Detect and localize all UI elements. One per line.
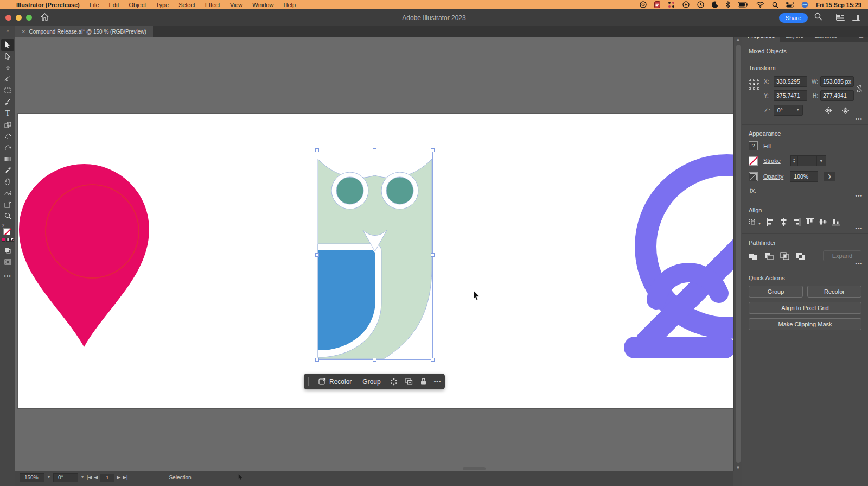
h-field[interactable]: 277.4941 <box>820 90 854 101</box>
menu-effect[interactable]: Effect <box>205 2 220 8</box>
rotation-dropdown-icon[interactable]: ▾ <box>81 473 84 479</box>
stroke-stepper-arrows[interactable]: ▲▼ <box>790 155 798 166</box>
pathfinder-minus-front-button[interactable] <box>764 252 774 260</box>
pathfinder-unite-button[interactable] <box>749 252 758 260</box>
scroll-up-icon[interactable]: ▲ <box>734 37 742 42</box>
pen-tool[interactable] <box>1 62 14 73</box>
constrain-proportions-icon[interactable] <box>855 84 864 95</box>
y-field[interactable]: 375.7471 <box>774 90 807 101</box>
horizontal-scrollbar-thumb[interactable] <box>463 467 486 470</box>
expand-button[interactable]: Expand <box>823 250 861 261</box>
artboard-tool[interactable] <box>1 199 14 210</box>
opacity-field[interactable]: 100% <box>790 171 818 182</box>
align-bottom-button[interactable] <box>832 218 840 226</box>
menu-bar-clock[interactable]: Fri 15 Sep 15:29 <box>816 2 861 8</box>
curvature-tool[interactable] <box>1 73 14 85</box>
zoom-dropdown-icon[interactable]: ▾ <box>48 473 50 479</box>
menu-object[interactable]: Object <box>129 2 146 8</box>
menu-edit[interactable]: Edit <box>109 2 119 8</box>
stroke-weight-stepper[interactable]: ▲▼ ▾ <box>790 155 826 166</box>
group-button[interactable]: Group <box>357 374 386 389</box>
spotlight-icon[interactable] <box>772 2 778 8</box>
menu-file[interactable]: File <box>90 2 99 8</box>
menu-select[interactable]: Select <box>178 2 195 8</box>
toolbar-more-icon[interactable]: ••• <box>4 273 11 279</box>
bluetooth-icon[interactable] <box>726 1 730 8</box>
selection-handle-bottom-center[interactable] <box>373 358 376 362</box>
document-tab[interactable]: × Compound Release.ai* @ 150 % (RGB/Prev… <box>15 26 153 37</box>
type-tool[interactable]: T <box>1 108 14 119</box>
align-vertical-center-button[interactable] <box>819 218 827 226</box>
x-field[interactable]: 330.5295 <box>774 76 807 87</box>
menu-type[interactable]: Type <box>156 2 169 8</box>
zoom-level-field[interactable]: 150% <box>20 473 44 482</box>
selection-handle-top-right[interactable] <box>431 148 435 152</box>
menu-view[interactable]: View <box>230 2 243 8</box>
selection-handle-bottom-right[interactable] <box>431 358 435 362</box>
transform-more-options[interactable]: ••• <box>855 116 863 122</box>
close-window-button[interactable] <box>5 15 11 21</box>
align-right-button[interactable] <box>793 218 801 226</box>
zoom-window-button[interactable] <box>26 15 32 21</box>
selection-bounding-box[interactable] <box>317 150 432 359</box>
rotate-field[interactable]: 0° ▾ <box>774 105 803 116</box>
pathfinder-intersect-button[interactable] <box>780 252 789 260</box>
quick-action-make-clipping-mask-button[interactable]: Make Clipping Mask <box>749 318 861 330</box>
selection-handle-middle-left[interactable] <box>315 253 319 257</box>
app-menu[interactable]: Illustrator (Prerelease) <box>16 2 80 8</box>
selection-handle-middle-right[interactable] <box>431 253 435 257</box>
scroll-down-icon[interactable]: ▼ <box>734 465 742 470</box>
duplicate-icon[interactable] <box>401 378 417 385</box>
siri-icon[interactable] <box>801 1 808 8</box>
reference-point-selector[interactable] <box>749 79 761 91</box>
vertical-scrollbar[interactable]: ▲ ▼ <box>733 37 742 471</box>
previous-artboard-button[interactable]: ◀ <box>94 475 98 482</box>
fill-swatch[interactable]: ? <box>749 141 758 150</box>
pathfinder-more-options[interactable]: ••• <box>855 261 863 267</box>
selection-tool[interactable] <box>1 39 14 51</box>
vertical-scrollbar-thumb[interactable] <box>736 45 741 463</box>
color-swatch[interactable] <box>2 238 5 242</box>
notes-icon[interactable] <box>654 1 660 8</box>
stroke-label[interactable]: Stroke <box>763 157 781 164</box>
search-icon[interactable] <box>814 12 822 23</box>
hand-tool[interactable] <box>1 176 14 187</box>
opacity-label[interactable]: Opacity <box>763 173 783 180</box>
eraser-tool[interactable] <box>1 130 14 142</box>
fill-label[interactable]: Fill <box>763 143 771 149</box>
recolor-wheel-icon[interactable] <box>386 378 401 386</box>
selection-handle-top-left[interactable] <box>315 148 319 152</box>
zoom-tool[interactable] <box>1 210 14 222</box>
fill-none-swatch[interactable] <box>3 228 10 235</box>
quick-action-align-pixel-grid-button[interactable]: Align to Pixel Grid <box>749 302 861 314</box>
taskbar-more-icon[interactable]: ••• <box>430 378 445 384</box>
gradient-swatch[interactable] <box>6 238 10 242</box>
time-machine-icon[interactable] <box>697 1 704 8</box>
flip-horizontal-icon[interactable] <box>825 107 833 114</box>
free-transform-tool[interactable] <box>1 119 14 130</box>
selection-handle-bottom-left[interactable] <box>315 358 319 362</box>
battery-icon[interactable] <box>738 2 749 8</box>
wifi-icon[interactable] <box>756 2 764 8</box>
fill-stroke-indicator[interactable]: ? <box>2 225 13 236</box>
flip-vertical-icon[interactable] <box>841 107 850 114</box>
paintbrush-tool[interactable] <box>1 96 14 108</box>
stroke-weight-dropdown-icon[interactable]: ▾ <box>816 155 826 166</box>
quick-action-recolor-button[interactable]: Recolor <box>807 286 861 298</box>
first-artboard-button[interactable]: |◀ <box>87 475 92 482</box>
pink-pin-artwork[interactable] <box>18 161 151 348</box>
lock-icon[interactable] <box>417 378 430 385</box>
align-to-dropdown-icon[interactable]: ▾ <box>758 221 761 226</box>
screen-mode-icon[interactable] <box>1 256 14 268</box>
control-center-icon[interactable] <box>786 2 794 8</box>
menu-help[interactable]: Help <box>283 2 296 8</box>
screen-record-icon[interactable] <box>682 1 690 8</box>
direct-selection-tool[interactable] <box>1 51 14 62</box>
align-more-options[interactable]: ••• <box>855 225 863 231</box>
quick-action-group-button[interactable]: Group <box>749 286 803 298</box>
appearance-more-options[interactable]: ••• <box>855 193 863 199</box>
artboard-number-field[interactable]: 1 <box>100 474 114 482</box>
recolor-button[interactable]: Recolor <box>313 374 357 389</box>
w-field[interactable]: 153.085 px <box>820 76 854 87</box>
purple-mark-artwork[interactable] <box>618 153 733 359</box>
